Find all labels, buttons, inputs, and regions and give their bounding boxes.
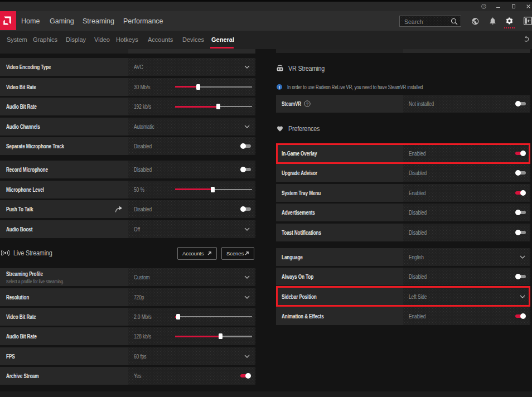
svg-text:i: i <box>279 85 280 89</box>
svg-text:?: ? <box>482 4 485 8</box>
svg-text:?: ? <box>306 102 308 106</box>
